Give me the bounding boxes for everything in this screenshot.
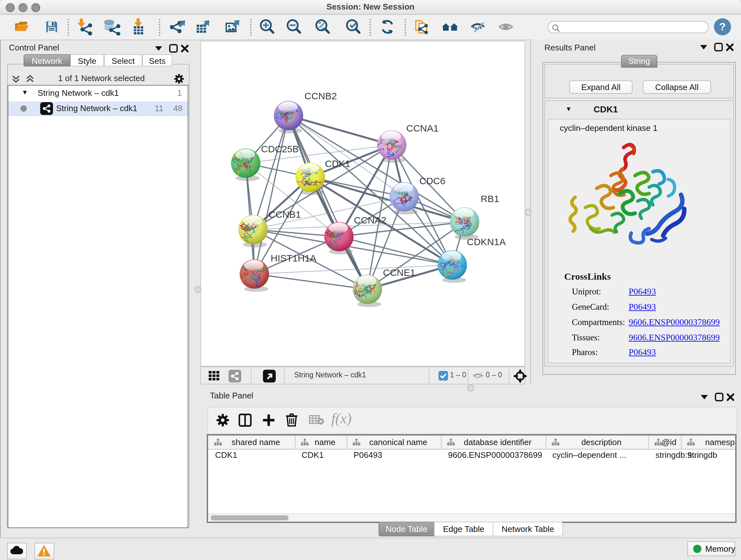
svg-text:CDC6: CDC6 — [419, 176, 446, 186]
svg-text:CCNB1: CCNB1 — [269, 209, 301, 220]
svg-text:CCNA1: CCNA1 — [406, 123, 439, 133]
svg-text:CDK1: CDK1 — [325, 159, 350, 169]
svg-text:RB1: RB1 — [481, 193, 499, 204]
svg-text:HIST1H1A: HIST1H1A — [271, 253, 316, 263]
svg-text:CCNB2: CCNB2 — [305, 91, 337, 101]
svg-text:CDC25B: CDC25B — [261, 144, 299, 154]
svg-text:?: ? — [719, 20, 726, 33]
svg-text:CCNA2: CCNA2 — [354, 215, 387, 226]
svg-text:CDKN1A: CDKN1A — [467, 237, 506, 247]
svg-text:CCNE1: CCNE1 — [383, 267, 415, 278]
